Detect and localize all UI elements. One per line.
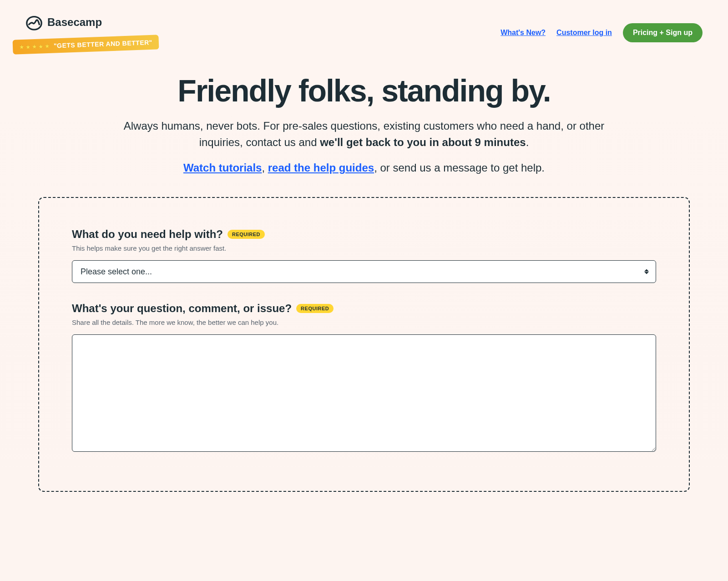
topic-select-wrapper: Please select one... (72, 260, 656, 283)
hero-subtitle: Always humans, never bots. For pre-sales… (123, 118, 605, 151)
logo-section: Basecamp ★ ★ ★ ★ ★ "GETS BETTER AND BETT… (25, 14, 159, 52)
page-title: Friendly folks, standing by. (39, 75, 689, 107)
stars-icon: ★ ★ ★ ★ ★ (19, 42, 50, 50)
rating-text: "GETS BETTER AND BETTER" (54, 39, 152, 50)
required-badge: REQUIRED (228, 230, 265, 239)
question-textarea[interactable] (72, 334, 656, 452)
question-label: What's your question, comment, or issue? (72, 302, 292, 315)
help-guides-link[interactable]: read the help guides (268, 162, 374, 174)
logo[interactable]: Basecamp (25, 14, 102, 31)
pricing-signup-button[interactable]: Pricing + Sign up (623, 23, 703, 42)
whats-new-link[interactable]: What's New? (500, 29, 546, 37)
logo-text: Basecamp (47, 16, 102, 29)
question-hint: Share all the details. The more we know,… (72, 318, 656, 326)
site-header: Basecamp ★ ★ ★ ★ ★ "GETS BETTER AND BETT… (0, 0, 728, 56)
topic-label: What do you need help with? (72, 228, 223, 241)
customer-login-link[interactable]: Customer log in (556, 29, 612, 37)
topic-form-group: What do you need help with? REQUIRED Thi… (72, 228, 656, 283)
topic-hint: This helps make sure you get the right a… (72, 244, 656, 252)
basecamp-logo-icon (25, 14, 43, 31)
question-form-group: What's your question, comment, or issue?… (72, 302, 656, 454)
hero-section: Friendly folks, standing by. Always huma… (0, 56, 728, 197)
watch-tutorials-link[interactable]: Watch tutorials (183, 162, 262, 174)
support-form: What do you need help with? REQUIRED Thi… (38, 197, 690, 492)
rating-badge: ★ ★ ★ ★ ★ "GETS BETTER AND BETTER" (13, 35, 159, 54)
topic-select[interactable]: Please select one... (72, 260, 656, 283)
hero-links: Watch tutorials, read the help guides, o… (39, 162, 689, 174)
required-badge: REQUIRED (296, 304, 334, 313)
header-nav: What's New? Customer log in Pricing + Si… (500, 23, 703, 42)
